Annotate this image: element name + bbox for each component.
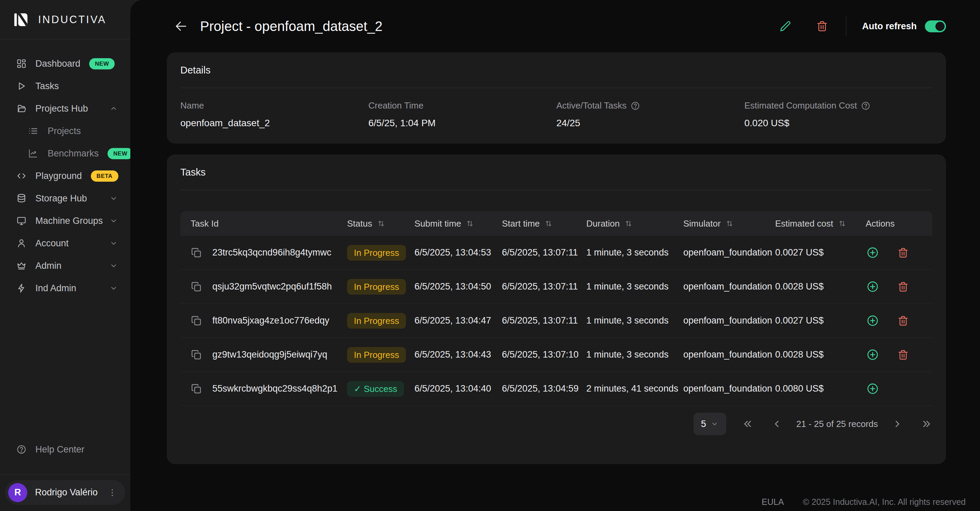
status-badge: In Progress	[347, 313, 406, 329]
duration: 1 minute, 3 seconds	[579, 281, 676, 292]
estimated-cost: 0.0028 US$	[768, 349, 859, 360]
previous-page-button[interactable]	[771, 418, 783, 430]
column-label: Status	[347, 218, 372, 229]
tasks-card: Tasks Task Id Status Submit time Start t…	[167, 154, 946, 464]
help-center-label: Help Center	[35, 444, 84, 455]
pagination-range: 21 - 25 of 25 records	[796, 419, 878, 429]
submit-time: 6/5/2025, 13:04:53	[408, 247, 495, 258]
simulator: openfoam_foundation	[676, 315, 768, 326]
column-header-start-time[interactable]: Start time	[495, 218, 579, 229]
kill-task-button[interactable]	[897, 349, 909, 361]
sidebar-item-help-center[interactable]: Help Center	[0, 438, 130, 461]
column-header-estimated-cost[interactable]: Estimated cost	[768, 218, 859, 229]
page-size-value: 5	[701, 419, 706, 429]
duration: 1 minute, 3 seconds	[579, 349, 676, 360]
sidebar-item-tasks[interactable]: Tasks	[0, 75, 130, 97]
row-actions	[859, 382, 932, 395]
eula-link[interactable]: EULA	[762, 497, 784, 507]
column-header-submit-time[interactable]: Submit time	[408, 218, 495, 229]
code-icon	[16, 171, 27, 181]
crown-icon	[16, 261, 27, 271]
sidebar-item-projects-hub[interactable]: Projects Hub	[0, 97, 130, 120]
column-label: Estimated cost	[775, 218, 833, 229]
bolt-icon	[16, 283, 27, 293]
more-vertical-icon[interactable]	[108, 488, 117, 497]
badge: NEW	[89, 58, 115, 69]
table-row: qsju32gm5vqtwc2pq6uf1f58h In Progress 6/…	[180, 270, 932, 304]
help-circle-icon[interactable]	[861, 101, 870, 111]
row-actions	[859, 314, 932, 327]
help-circle-icon[interactable]	[630, 101, 640, 111]
add-task-button[interactable]	[866, 280, 879, 293]
sidebar-item-dashboard[interactable]: Dashboard NEW	[0, 53, 130, 75]
play-icon	[16, 81, 27, 91]
task-id: 23trc5kq3qcnd96ih8g4tymwc	[212, 247, 331, 258]
sidebar-item-playground[interactable]: Playground BETA	[0, 165, 130, 187]
last-page-button[interactable]	[921, 418, 932, 430]
add-task-button[interactable]	[866, 246, 879, 259]
chevron-down-icon	[109, 194, 118, 203]
sort-icon	[838, 219, 846, 228]
copy-icon[interactable]	[191, 315, 202, 326]
sidebar-item-label: Machine Groups	[35, 216, 103, 226]
row-actions	[859, 280, 932, 293]
user-menu[interactable]: R Rodrigo Valério	[5, 480, 125, 505]
auto-refresh-toggle[interactable]	[925, 21, 946, 32]
sidebar-item-ind-admin[interactable]: Ind Admin	[0, 277, 130, 299]
page-header: Project - openfoam_dataset_2 Auto refres…	[130, 0, 980, 53]
chevron-down-icon	[711, 420, 719, 428]
column-label: Actions	[865, 218, 894, 229]
user-name: Rodrigo Valério	[35, 487, 108, 498]
simulator: openfoam_foundation	[676, 384, 768, 394]
kill-task-button[interactable]	[897, 281, 909, 293]
sidebar-item-benchmarks[interactable]: Benchmarks NEW	[0, 142, 130, 165]
details-field: Name openfoam_dataset_2	[180, 100, 369, 129]
add-task-button[interactable]	[866, 349, 879, 361]
status-badge: In Progress	[347, 279, 406, 295]
back-button[interactable]	[173, 19, 189, 34]
column-header-duration[interactable]: Duration	[579, 218, 676, 229]
sidebar-item-projects[interactable]: Projects	[0, 120, 130, 142]
toggle-knob	[935, 22, 945, 31]
sidebar-item-label: Projects Hub	[35, 103, 88, 114]
sidebar-nav: Dashboard NEW Tasks Projects Hub Project…	[0, 40, 130, 299]
start-time: 6/5/2025, 13:07:11	[495, 247, 579, 258]
row-actions	[859, 349, 932, 361]
sidebar-item-account[interactable]: Account	[0, 232, 130, 255]
next-page-button[interactable]	[891, 418, 903, 430]
sidebar-item-label: Ind Admin	[35, 283, 76, 294]
column-header-status[interactable]: Status	[340, 218, 408, 229]
sort-icon	[466, 219, 474, 228]
column-label: Simulator	[683, 218, 721, 229]
column-label: Task Id	[191, 218, 218, 229]
add-task-button[interactable]	[866, 382, 879, 395]
column-label: Start time	[502, 218, 540, 229]
copy-icon[interactable]	[191, 281, 202, 293]
sidebar-item-admin[interactable]: Admin	[0, 255, 130, 277]
table-row: ft80nva5jxag4ze1oc776edqy In Progress 6/…	[180, 304, 932, 338]
delete-project-button[interactable]	[816, 20, 828, 32]
start-time: 6/5/2025, 13:04:59	[495, 384, 579, 394]
edit-project-button[interactable]	[779, 20, 791, 32]
sidebar-item-machine-groups[interactable]: Machine Groups	[0, 210, 130, 232]
sidebar-item-storage-hub[interactable]: Storage Hub	[0, 187, 130, 210]
first-page-button[interactable]	[742, 418, 753, 430]
sidebar-item-label: Tasks	[35, 81, 59, 92]
duration: 1 minute, 3 seconds	[579, 247, 676, 258]
column-header-simulator[interactable]: Simulator	[676, 218, 768, 229]
copy-icon[interactable]	[191, 349, 202, 361]
avatar: R	[8, 483, 27, 502]
details-field: Estimated Computation Cost 0.020 US$	[745, 100, 933, 129]
kill-task-button[interactable]	[897, 247, 909, 259]
add-task-button[interactable]	[866, 314, 879, 327]
simulator: openfoam_foundation	[676, 281, 768, 292]
table-row: gz9tw13qeidoqg9j5eiwqi7yq In Progress 6/…	[180, 338, 932, 372]
copy-icon[interactable]	[191, 247, 202, 259]
user-icon	[16, 238, 27, 248]
folder-open-icon	[16, 103, 27, 114]
kill-task-button[interactable]	[897, 315, 909, 326]
page-size-select[interactable]: 5	[694, 413, 726, 435]
copy-icon[interactable]	[191, 383, 202, 395]
help-circle-icon	[16, 444, 27, 455]
submit-time: 6/5/2025, 13:04:47	[408, 315, 495, 326]
